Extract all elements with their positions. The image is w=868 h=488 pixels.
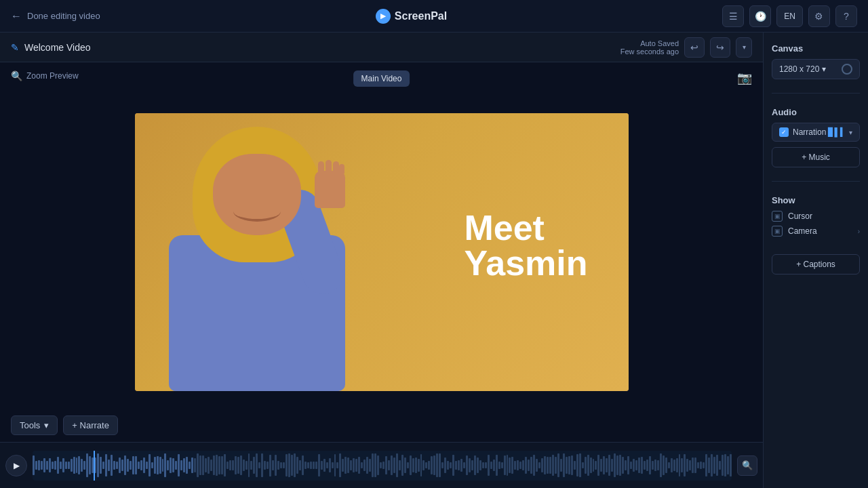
right-panel: Canvas 868 x 488 ▾ Audio ✓ Narration ▊▌… xyxy=(763,33,868,488)
face xyxy=(213,154,301,235)
audio-section: Audio ✓ Narration ▊▌▍ ▾ + Music xyxy=(772,107,860,167)
logo-text: ScreenPal xyxy=(395,10,447,22)
edit-icon: ✎ xyxy=(11,42,19,53)
canvas-aspect-icon xyxy=(842,64,852,75)
auto-saved-time: Few seconds ago xyxy=(620,47,679,56)
undo-button[interactable]: ↩ xyxy=(684,37,705,58)
play-button[interactable]: ▶ xyxy=(5,455,27,476)
narration-right: ▊▌▍ ▾ xyxy=(828,127,852,137)
cursor-toggle-icon[interactable]: ▣ xyxy=(772,211,783,222)
yasmin-text: Yasmin xyxy=(464,245,587,281)
waveform-container[interactable]: 0:09.12 0 5s 10s 15s 20s 25s 30s 35s 40s… xyxy=(33,451,732,481)
audio-title: Audio xyxy=(772,107,860,117)
redo-button[interactable]: ↪ xyxy=(710,37,730,58)
narration-left: ✓ Narration xyxy=(779,127,826,137)
meet-yasmin-text: Meet Yasmin xyxy=(464,210,587,281)
back-arrow-icon: ← xyxy=(11,10,22,22)
video-frame: Meet Yasmin xyxy=(135,113,629,391)
waveform-background: 0:09.12 xyxy=(33,451,732,481)
done-editing-label: Done editing video xyxy=(27,11,100,21)
divider xyxy=(772,93,860,94)
auto-saved-label: Auto Saved xyxy=(620,39,679,47)
finger xyxy=(318,161,324,174)
captions-label: + Captions xyxy=(796,260,835,269)
narration-row: ✓ Narration ▊▌▍ ▾ xyxy=(772,123,860,142)
person-figure xyxy=(155,134,413,391)
canvas-title: Canvas xyxy=(772,43,860,54)
canvas-resolution-text: 868 x 488 ▾ xyxy=(779,64,826,74)
search-timeline-button[interactable]: 🔍 xyxy=(737,455,757,476)
tools-button[interactable]: Tools ▾ xyxy=(11,415,58,435)
title-bar: ✎ Welcome Video Auto Saved Few seconds a… xyxy=(0,33,763,62)
show-title: Show xyxy=(772,195,860,205)
screenshot-button[interactable]: 📷 xyxy=(737,70,752,85)
search-icon: 🔍 xyxy=(11,70,22,81)
preview-bottom-controls: Tools ▾ + Narrate xyxy=(0,408,763,442)
show-camera-item[interactable]: ▣ Camera › xyxy=(772,226,860,237)
menu-icon-button[interactable]: ☰ xyxy=(722,5,744,27)
zoom-preview-label: Zoom Preview xyxy=(26,71,79,81)
resolution-dropdown-icon: ▾ xyxy=(822,64,826,74)
playhead[interactable]: 0:09.12 xyxy=(94,451,95,481)
tools-dropdown-icon: ▾ xyxy=(44,420,49,430)
waveform-bars xyxy=(33,451,732,481)
language-button[interactable]: EN xyxy=(776,5,803,27)
timeline-area: ▶ 0:09.12 0 5s 10s 15s 20s 2 xyxy=(0,442,763,488)
narration-checkbox[interactable]: ✓ xyxy=(779,127,789,137)
nav-actions: ☰ 🕐 EN ⚙ ? xyxy=(722,5,857,27)
help-icon-button[interactable]: ? xyxy=(835,5,857,27)
hand xyxy=(315,171,345,208)
smile xyxy=(233,201,281,222)
canvas-section: Canvas 868 x 488 ▾ xyxy=(772,43,860,79)
logo-icon: ▶ xyxy=(376,9,391,24)
history-icon-button[interactable]: 🕐 xyxy=(749,5,771,27)
resolution-value: 868 x 488 xyxy=(779,64,819,74)
auto-saved-status: Auto Saved Few seconds ago xyxy=(620,39,679,56)
main-video-tooltip: Main Video xyxy=(353,70,410,87)
show-cursor-item: ▣ Cursor xyxy=(772,211,860,222)
title-left: ✎ Welcome Video xyxy=(11,42,91,53)
finger xyxy=(333,161,339,174)
meet-text: Meet xyxy=(464,210,587,245)
add-music-button[interactable]: + Music xyxy=(772,147,860,167)
narration-chevron-icon: ▾ xyxy=(849,129,852,136)
cursor-label: Cursor xyxy=(788,211,812,221)
top-nav: ← Done editing video ▶ ScreenPal ☰ 🕐 EN … xyxy=(0,0,868,33)
divider xyxy=(772,181,860,182)
camera-expand-arrow[interactable]: › xyxy=(858,228,860,235)
music-label: + Music xyxy=(802,152,830,162)
editor-area: ✎ Welcome Video Auto Saved Few seconds a… xyxy=(0,33,763,488)
video-title: Welcome Video xyxy=(24,42,91,53)
zoom-preview-button[interactable]: 🔍 Zoom Preview xyxy=(11,70,79,81)
logo: ▶ ScreenPal xyxy=(376,9,447,24)
finger xyxy=(326,160,332,174)
canvas-resolution-selector[interactable]: 868 x 488 ▾ xyxy=(772,59,860,79)
add-captions-button[interactable]: + Captions xyxy=(772,254,860,274)
video-preview-container: Main Video 🔍 Zoom Preview 📷 xyxy=(0,62,763,442)
narrate-button[interactable]: + Narrate xyxy=(63,415,118,435)
narration-label: Narration xyxy=(793,127,826,137)
camera-label: Camera xyxy=(788,226,817,236)
show-item-left: ▣ Camera xyxy=(772,226,817,237)
dropdown-button[interactable]: ▾ xyxy=(736,37,752,58)
video-background: Meet Yasmin xyxy=(135,113,629,391)
audio-levels-icon: ▊▌▍ xyxy=(828,127,846,137)
show-item-left: ▣ Cursor xyxy=(772,211,812,222)
tools-label: Tools xyxy=(20,420,40,430)
title-right: Auto Saved Few seconds ago ↩ ↪ ▾ xyxy=(620,37,752,58)
main-content: ✎ Welcome Video Auto Saved Few seconds a… xyxy=(0,33,868,488)
camera-toggle-icon[interactable]: ▣ xyxy=(772,226,783,237)
back-button[interactable]: ← Done editing video xyxy=(11,10,100,22)
finger xyxy=(339,164,344,174)
show-section: Show ▣ Cursor ▣ Camera › xyxy=(772,195,860,241)
settings-icon-button[interactable]: ⚙ xyxy=(808,5,830,27)
narrate-label: + Narrate xyxy=(72,420,109,430)
